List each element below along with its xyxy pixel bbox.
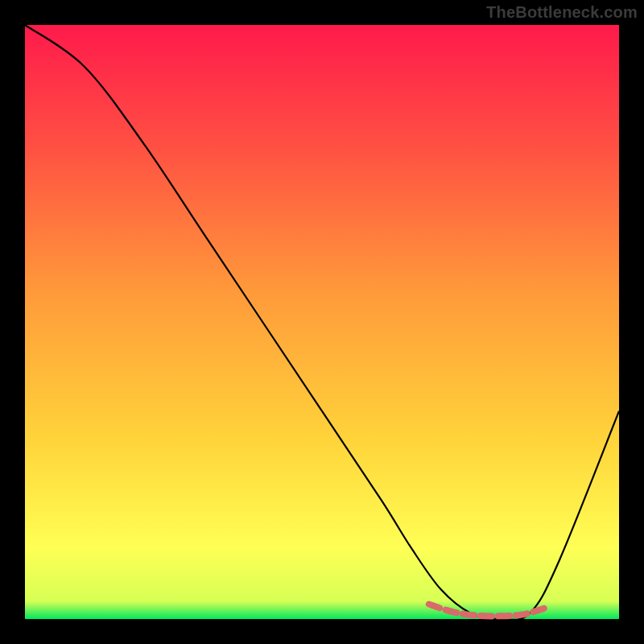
chart-root: TheBottleneck.com: [0, 0, 644, 644]
watermark-label: TheBottleneck.com: [486, 3, 638, 22]
plot-background: [25, 25, 619, 619]
bottleneck-chart: [0, 0, 644, 644]
